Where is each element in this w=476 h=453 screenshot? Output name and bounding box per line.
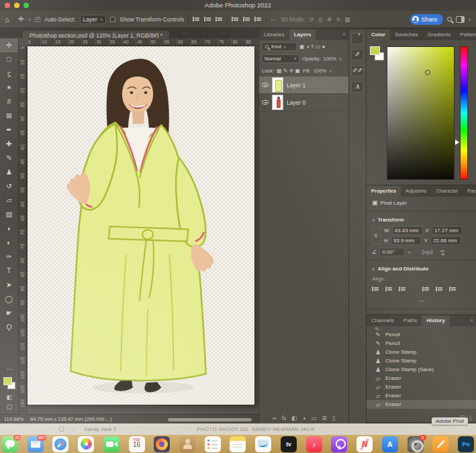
color-picker-ring[interactable] (425, 70, 430, 75)
edit-toolbar-icon[interactable]: ⋯ (0, 364, 19, 374)
search-icon[interactable] (447, 17, 452, 21)
current-tool-icon[interactable]: ✛ (18, 15, 24, 23)
object-selection-tool-button[interactable]: ✶ (0, 81, 18, 95)
history-step[interactable]: ✎Pencil (367, 339, 476, 348)
zoom-tool-button[interactable]: Ϙ (0, 320, 18, 334)
move-tool-button[interactable]: ✛ (0, 38, 18, 52)
news-dock-icon[interactable]: N (356, 436, 373, 452)
minimize-window-button[interactable] (14, 3, 19, 8)
comments-panel-icon[interactable] (351, 33, 364, 44)
visibility-toggle-icon[interactable] (262, 100, 269, 105)
photos-dock-icon[interactable] (78, 436, 94, 452)
brush-settings-panel-icon[interactable]: ✐✐ (351, 65, 364, 77)
history-step[interactable]: ▱Eraser (367, 400, 476, 409)
angle-input[interactable]: 0.00° (379, 248, 405, 256)
star-icon[interactable]: ☆ (70, 426, 76, 433)
panel-menu-icon[interactable]: ≡ (340, 30, 348, 40)
photoshop-dock-icon[interactable]: Ps (458, 436, 474, 452)
safari-dock-icon[interactable] (52, 436, 68, 452)
tab-paragraph[interactable]: Paragrapl (463, 186, 476, 197)
chevron-down-icon[interactable]: ∨ (469, 17, 471, 21)
tab-patterns[interactable]: Patterns (455, 30, 476, 40)
align-center-icon[interactable] (385, 286, 393, 292)
hand-tool-button[interactable]: ☛ (0, 306, 18, 320)
history-step[interactable]: ♟Clone Stamp (Save) (367, 365, 476, 374)
pages-dock-icon[interactable] (432, 436, 448, 452)
tab-channels[interactable]: Channels (367, 315, 399, 326)
home-icon[interactable]: ⌂ (5, 15, 9, 23)
width-input[interactable]: 43.43 mm (392, 226, 423, 235)
align-top-icon[interactable] (422, 286, 430, 292)
history-step[interactable]: ♟Clone Stamp (367, 356, 476, 365)
history-step[interactable]: ▱Eraser (367, 383, 476, 391)
notes-dock-icon[interactable] (230, 436, 246, 452)
contacts-dock-icon[interactable] (179, 436, 195, 452)
filter-type-icons[interactable]: ▣ ◑ T ▭ ● (299, 44, 325, 50)
screen-mode-icon[interactable]: ▢ (0, 402, 19, 411)
new-layer-icon[interactable]: ⊞ (322, 415, 327, 421)
brush-tool-button[interactable]: ✎ (0, 151, 18, 165)
firefox-dock-icon[interactable] (154, 436, 170, 452)
opacity-value[interactable]: 100% (324, 56, 336, 62)
chevron-down-icon[interactable]: ∨ (329, 68, 332, 73)
history-step[interactable]: ♟Clone Stamp (367, 348, 476, 356)
eraser-tool-button[interactable]: ▱ (0, 193, 18, 207)
layer-mask-icon[interactable]: ◧ (291, 415, 297, 421)
tab-history[interactable]: History (422, 315, 450, 326)
align-center-icon[interactable] (204, 16, 211, 22)
settings-dock-icon[interactable]: 3 (408, 436, 424, 452)
horizontal-scrollbar[interactable] (168, 418, 252, 421)
frame-tool-button[interactable]: ⊠ (0, 109, 18, 123)
height-input[interactable]: 93.9 mm (391, 236, 422, 245)
align-section-header[interactable]: ∨ Align and Distribute (367, 262, 476, 274)
type-tool-button[interactable]: T (0, 264, 18, 278)
align-middle-icon[interactable] (436, 286, 443, 292)
align-bottom-icon[interactable] (449, 286, 457, 292)
layer-row[interactable]: Layer 0 (259, 94, 348, 111)
align-bottom-icon[interactable] (254, 16, 262, 22)
fill-value[interactable]: 100% (314, 68, 326, 74)
crop-tool-button[interactable]: # (0, 95, 18, 109)
mail-dock-icon[interactable]: 367 (28, 436, 44, 452)
eyedropper-tool-button[interactable]: ✒ (0, 123, 18, 137)
auto-select-dropdown[interactable]: Layer ∨ (80, 15, 107, 24)
delete-layer-icon[interactable]: ▯ (332, 415, 336, 421)
zoom-window-button[interactable] (23, 3, 29, 8)
quick-mask-icon[interactable]: ◧ (0, 393, 19, 402)
foreground-color-swatch[interactable] (3, 377, 12, 385)
marquee-tool-button[interactable]: □ (0, 52, 18, 66)
chevron-down-icon[interactable]: ∨ (339, 56, 342, 61)
link-layers-icon[interactable]: ∞ (273, 415, 277, 421)
email-checkbox[interactable] (59, 427, 64, 432)
history-step[interactable]: ▱Eraser (367, 374, 476, 383)
chevron-down-icon[interactable]: ∨ (408, 250, 410, 254)
tab-adjustments[interactable]: Adjustme (401, 186, 431, 197)
reminders-dock-icon[interactable] (205, 436, 221, 452)
tab-libraries[interactable]: Libraries (259, 30, 289, 40)
podcasts-dock-icon[interactable] (331, 436, 347, 452)
close-window-button[interactable] (5, 3, 10, 8)
filter-kind-dropdown[interactable]: Kind ∨ (262, 42, 297, 51)
align-right-icon[interactable] (399, 286, 406, 292)
history-step[interactable]: ✎Pencil (367, 330, 476, 339)
hue-slider-marker[interactable] (455, 140, 459, 145)
tab-color[interactable]: Color (367, 30, 390, 40)
align-left-icon[interactable] (372, 286, 379, 292)
more-options-icon[interactable]: ⋯ (271, 16, 277, 23)
clone-stamp-tool-button[interactable]: ♟ (0, 165, 18, 179)
path-select-tool-button[interactable]: ➤ (0, 278, 18, 292)
align-left-icon[interactable] (193, 16, 200, 22)
appstore-dock-icon[interactable]: A (382, 436, 398, 452)
align-middle-icon[interactable] (243, 16, 250, 22)
history-step[interactable]: ▱Eraser (367, 391, 476, 400)
messages-dock-icon[interactable]: 20 (2, 436, 18, 452)
preview-dock-icon[interactable] (255, 436, 271, 452)
flip-vertical-icon[interactable]: ▽̲ (440, 249, 444, 255)
y-input[interactable]: 22.66 mm (430, 236, 461, 245)
tab-layers[interactable]: Layers (289, 30, 316, 40)
share-button[interactable]: Share (410, 14, 443, 25)
transform-section-header[interactable]: ∨ Transform (367, 213, 476, 225)
zoom-level[interactable]: 119.68% (4, 416, 23, 422)
pen-tool-button[interactable]: ✑ (0, 250, 18, 264)
adjustment-layer-icon[interactable]: ◑ (302, 415, 305, 421)
